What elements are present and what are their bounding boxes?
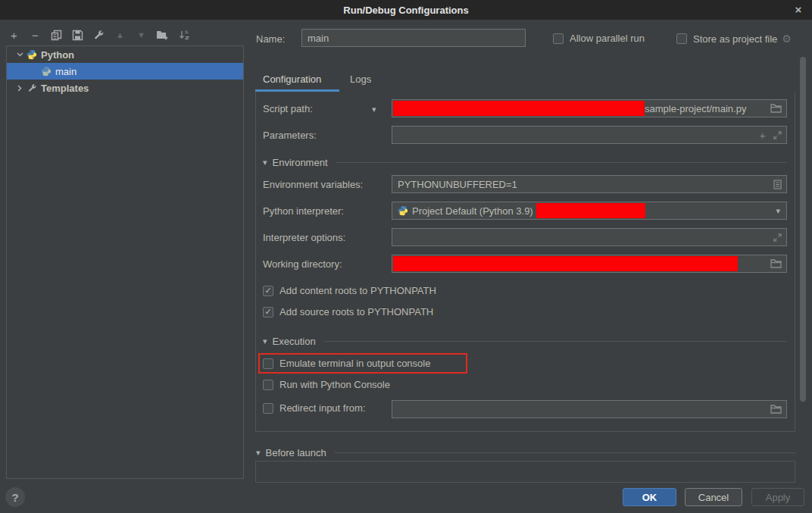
redirect-input-field[interactable] xyxy=(392,400,787,418)
redaction-block xyxy=(393,101,645,116)
execution-section-header[interactable]: ▾ Execution xyxy=(263,336,787,347)
add-macro-icon[interactable]: + xyxy=(759,129,766,142)
tree-item-python[interactable]: Python xyxy=(7,46,243,63)
parameters-field[interactable]: + xyxy=(392,126,787,144)
chevron-right-icon[interactable] xyxy=(14,85,26,92)
redaction-block xyxy=(393,256,738,271)
run-python-console-checkbox[interactable] xyxy=(263,380,273,390)
name-label: Name: xyxy=(256,33,285,45)
working-directory-label: Working directory: xyxy=(263,258,342,270)
script-path-dropdown-icon[interactable]: ▾ xyxy=(372,105,376,114)
edit-templates-wrench-icon[interactable] xyxy=(92,29,105,42)
interpreter-dropdown-icon[interactable]: ▾ xyxy=(776,206,780,216)
script-path-value: sample-project/main.py xyxy=(645,103,746,114)
save-configuration-icon[interactable] xyxy=(71,29,84,42)
add-content-roots-checkbox[interactable]: ✓ xyxy=(263,286,273,296)
execution-section-label: Execution xyxy=(273,336,316,347)
close-icon[interactable]: × xyxy=(792,2,805,16)
vertical-scrollbar[interactable] xyxy=(800,57,806,402)
dialog-titlebar: Run/Debug Configurations × xyxy=(0,0,812,20)
working-directory-field[interactable] xyxy=(392,255,787,273)
tab-configuration[interactable]: Configuration xyxy=(263,74,321,85)
chevron-down-icon[interactable] xyxy=(14,52,26,57)
help-button[interactable]: ? xyxy=(5,487,25,507)
add-source-roots-checkbox[interactable]: ✓ xyxy=(263,307,273,317)
redaction-block xyxy=(536,203,645,218)
run-python-console-row[interactable]: Run with Python Console xyxy=(263,379,390,390)
environment-section-label: Environment xyxy=(273,157,328,168)
interpreter-options-label: Interpreter options: xyxy=(263,232,345,243)
configurations-tree: Python main Templates xyxy=(6,45,244,479)
add-source-roots-label: Add source roots to PYTHONPATH xyxy=(280,306,433,317)
expand-field-icon[interactable] xyxy=(773,131,782,139)
env-vars-field[interactable]: PYTHONUNBUFFERED=1 xyxy=(392,175,787,193)
move-up-icon: ▲ xyxy=(114,29,126,42)
redirect-input-checkbox[interactable] xyxy=(263,403,273,414)
python-logo-icon xyxy=(398,205,408,216)
store-as-project-file-label: Store as project file xyxy=(693,33,777,45)
allow-parallel-run-label: Allow parallel run xyxy=(570,33,645,44)
move-down-icon: ▼ xyxy=(135,29,148,42)
interpreter-combobox[interactable]: Project Default (Python 3.9) ▾ xyxy=(392,202,787,220)
cancel-button[interactable]: Cancel xyxy=(685,488,742,506)
before-launch-section-label: Before launch xyxy=(266,447,326,458)
interpreter-options-field[interactable] xyxy=(392,228,787,246)
interpreter-value: Project Default (Python 3.9) xyxy=(412,205,533,217)
before-launch-task-list[interactable] xyxy=(255,461,795,483)
edit-variables-list-icon[interactable] xyxy=(773,180,782,189)
remove-configuration-icon[interactable]: − xyxy=(29,29,42,42)
section-divider xyxy=(336,162,787,163)
emulate-terminal-label: Emulate terminal in output console xyxy=(280,358,430,369)
redirect-input-row[interactable]: Redirect input from: xyxy=(263,402,365,414)
add-configuration-icon[interactable]: + xyxy=(8,29,20,42)
tree-item-label: main xyxy=(55,66,77,77)
wrench-icon xyxy=(26,82,38,94)
section-divider xyxy=(324,341,787,342)
sort-configurations-icon[interactable] xyxy=(177,29,190,42)
section-collapse-icon[interactable]: ▾ xyxy=(263,158,267,167)
emulate-terminal-checkbox[interactable] xyxy=(263,358,273,369)
new-folder-icon[interactable] xyxy=(156,29,169,42)
check-icon: ✓ xyxy=(264,286,271,295)
tree-item-label: Templates xyxy=(41,83,89,94)
env-vars-value: PYTHONUNBUFFERED=1 xyxy=(392,179,517,190)
browse-folder-icon[interactable] xyxy=(770,259,782,268)
interpreter-label: Python interpreter: xyxy=(263,205,344,217)
browse-folder-icon[interactable] xyxy=(770,104,782,113)
section-collapse-icon[interactable]: ▾ xyxy=(263,336,267,346)
section-divider xyxy=(335,452,795,453)
tree-item-label: Python xyxy=(41,49,74,61)
dialog-title: Run/Debug Configurations xyxy=(343,5,468,16)
add-content-roots-label: Add content roots to PYTHONPATH xyxy=(280,285,436,296)
run-python-console-label: Run with Python Console xyxy=(280,379,390,390)
add-source-roots-row[interactable]: ✓ Add source roots to PYTHONPATH xyxy=(263,306,433,317)
script-path-field[interactable]: sample-project/main.py xyxy=(392,99,787,117)
before-launch-section-header[interactable]: ▾ Before launch xyxy=(256,447,795,458)
ok-button[interactable]: OK xyxy=(623,488,676,506)
allow-parallel-run-row[interactable]: Allow parallel run xyxy=(553,33,645,44)
apply-button: Apply xyxy=(751,488,804,506)
tree-item-templates[interactable]: Templates xyxy=(7,80,243,96)
store-as-project-file-row[interactable]: Store as project file ⚙ xyxy=(676,33,792,45)
gear-icon[interactable]: ⚙ xyxy=(782,33,792,45)
name-input[interactable] xyxy=(301,29,526,47)
store-as-project-file-checkbox[interactable] xyxy=(676,33,687,44)
browse-folder-icon[interactable] xyxy=(770,405,782,414)
tab-logs[interactable]: Logs xyxy=(350,74,371,85)
expand-field-icon[interactable] xyxy=(773,233,782,242)
copy-configuration-icon[interactable] xyxy=(50,29,63,42)
python-logo-icon xyxy=(40,65,52,77)
allow-parallel-run-checkbox[interactable] xyxy=(553,33,564,44)
environment-section-header[interactable]: ▾ Environment xyxy=(263,157,787,168)
section-collapse-icon[interactable]: ▾ xyxy=(256,448,261,458)
redirect-input-label: Redirect input from: xyxy=(280,402,365,414)
env-vars-label: Environment variables: xyxy=(263,179,363,190)
parameters-label: Parameters: xyxy=(263,130,317,141)
script-path-label: Script path: xyxy=(263,103,313,114)
configurations-toolbar: + − ▲ ▼ xyxy=(8,27,190,42)
emulate-terminal-highlight: Emulate terminal in output console xyxy=(258,353,467,374)
check-icon: ✓ xyxy=(264,308,271,316)
tree-item-main[interactable]: main xyxy=(7,63,243,80)
python-logo-icon xyxy=(26,48,38,61)
add-content-roots-row[interactable]: ✓ Add content roots to PYTHONPATH xyxy=(263,285,436,296)
